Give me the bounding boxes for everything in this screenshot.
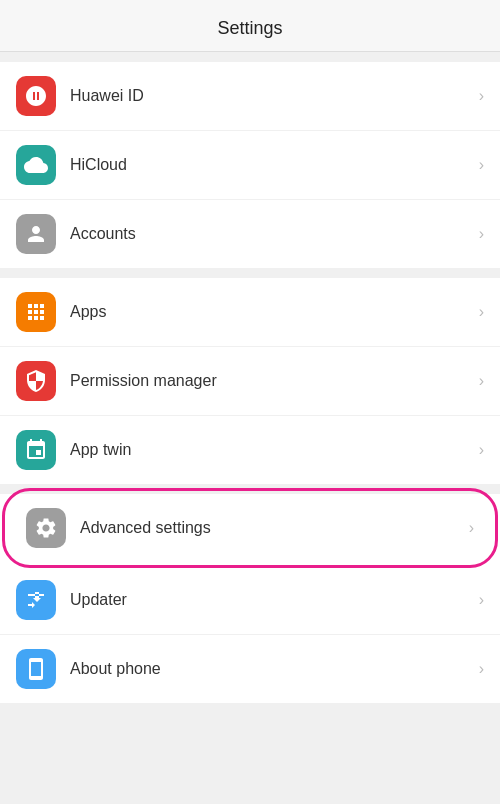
advanced-settings-icon	[26, 508, 66, 548]
apps-label: Apps	[70, 303, 471, 321]
advanced-settings-label: Advanced settings	[80, 519, 461, 537]
settings-content: Huawei ID › HiCloud › Accounts ›	[0, 52, 500, 703]
advanced-settings-item[interactable]: Advanced settings ›	[10, 494, 490, 562]
permission-manager-label: Permission manager	[70, 372, 471, 390]
apps-item[interactable]: Apps ›	[0, 278, 500, 347]
updater-icon	[16, 580, 56, 620]
permission-manager-chevron: ›	[479, 372, 484, 390]
section-1: Huawei ID › HiCloud › Accounts ›	[0, 62, 500, 268]
accounts-chevron: ›	[479, 225, 484, 243]
advanced-settings-chevron: ›	[469, 519, 474, 537]
accounts-label: Accounts	[70, 225, 471, 243]
huawei-id-item[interactable]: Huawei ID ›	[0, 62, 500, 131]
updater-chevron: ›	[479, 591, 484, 609]
hicloud-icon	[16, 145, 56, 185]
accounts-item[interactable]: Accounts ›	[0, 200, 500, 268]
huawei-id-chevron: ›	[479, 87, 484, 105]
accounts-icon	[16, 214, 56, 254]
hicloud-item[interactable]: HiCloud ›	[0, 131, 500, 200]
app-twin-chevron: ›	[479, 441, 484, 459]
hicloud-chevron: ›	[479, 156, 484, 174]
hicloud-label: HiCloud	[70, 156, 471, 174]
app-twin-icon	[16, 430, 56, 470]
section-2: Apps › Permission manager › App twin ›	[0, 278, 500, 484]
app-twin-item[interactable]: App twin ›	[0, 416, 500, 484]
section-3: Advanced settings › Updater › About phon…	[0, 494, 500, 703]
app-twin-label: App twin	[70, 441, 471, 459]
permission-manager-icon	[16, 361, 56, 401]
about-phone-item[interactable]: About phone ›	[0, 635, 500, 703]
about-phone-label: About phone	[70, 660, 471, 678]
huawei-id-icon	[16, 76, 56, 116]
apps-icon	[16, 292, 56, 332]
permission-manager-item[interactable]: Permission manager ›	[0, 347, 500, 416]
huawei-id-label: Huawei ID	[70, 87, 471, 105]
apps-chevron: ›	[479, 303, 484, 321]
page-header: Settings	[0, 0, 500, 52]
updater-item[interactable]: Updater ›	[0, 566, 500, 635]
about-phone-icon	[16, 649, 56, 689]
updater-label: Updater	[70, 591, 471, 609]
page-title: Settings	[217, 18, 282, 38]
about-phone-chevron: ›	[479, 660, 484, 678]
